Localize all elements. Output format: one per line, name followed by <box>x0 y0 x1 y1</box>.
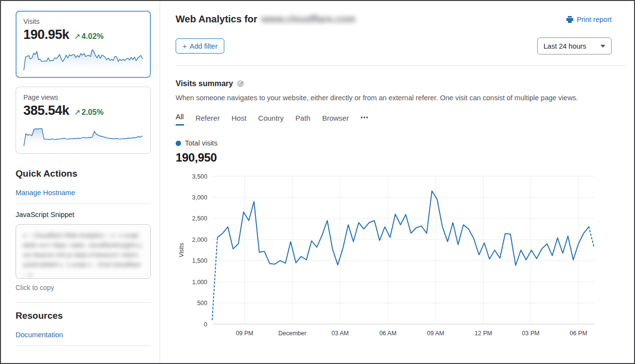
divider <box>16 203 151 204</box>
visits-card-trend: ↗4.02% <box>74 32 104 41</box>
print-report-button[interactable]: Print report <box>566 16 612 23</box>
time-range-value: Last 24 hours <box>544 42 586 50</box>
svg-text:06 PM: 06 PM <box>570 330 587 337</box>
svg-text:06 AM: 06 AM <box>379 330 396 337</box>
visits-summary-title: Visits summary <box>176 79 233 88</box>
svg-text:500: 500 <box>197 300 207 307</box>
pageviews-card-trend: ↗2.05% <box>74 108 104 117</box>
tab-path[interactable]: Path <box>295 114 310 126</box>
header-divider <box>176 65 625 66</box>
svg-text:Time (local): Time (local) <box>387 339 419 340</box>
click-to-copy-hint: Click to copy <box>16 284 152 291</box>
tab-all[interactable]: All <box>176 112 184 126</box>
visits-sparkline <box>23 46 143 73</box>
tab-country[interactable]: Country <box>258 114 284 126</box>
quick-actions-heading: Quick Actions <box>16 168 152 179</box>
svg-text:Visits: Visits <box>178 243 185 257</box>
visits-metric-card[interactable]: Visits 190.95k ↗4.02% <box>16 11 151 78</box>
manage-hostname-link[interactable]: Manage Hostname <box>16 189 75 197</box>
main-panel: Web Analytics for www.cloudflare.com Pri… <box>160 1 634 363</box>
trend-up-arrow-icon: ↗ <box>74 32 80 40</box>
svg-text:03 AM: 03 AM <box>331 330 348 337</box>
legend-dot-icon <box>176 141 181 146</box>
printer-icon <box>566 16 574 23</box>
svg-text:0: 0 <box>204 321 207 328</box>
visits-card-label: Visits <box>23 18 143 25</box>
add-filter-button[interactable]: +Add filter <box>176 38 224 54</box>
tab-browser[interactable]: Browser <box>322 114 349 126</box>
js-snippet-blurred-code: x -- Cloudflare Web Analytics -- x x scr… <box>23 231 144 279</box>
pageviews-card-label: Page views <box>23 93 143 101</box>
time-range-dropdown[interactable]: Last 24 hours <box>537 37 612 55</box>
tab-referer[interactable]: Referer <box>196 114 220 126</box>
pie-chart-help-icon[interactable] <box>237 80 244 87</box>
svg-text:2,000: 2,000 <box>192 237 207 243</box>
svg-text:1,500: 1,500 <box>192 257 207 264</box>
svg-text:09 PM: 09 PM <box>236 330 254 337</box>
js-snippet-label: JavaScript Snippet <box>16 211 152 218</box>
add-filter-label: Add filter <box>190 42 218 50</box>
page-title: Web Analytics for www.cloudflare.com <box>176 14 356 25</box>
js-snippet-copy-box[interactable]: x -- Cloudflare Web Analytics -- x x scr… <box>16 224 151 279</box>
chevron-down-icon <box>600 45 605 48</box>
site-domain-blurred: www.cloudflare.com <box>261 14 356 25</box>
divider <box>16 346 151 346</box>
pageviews-card-value: 385.54k <box>23 103 69 118</box>
svg-text:1,000: 1,000 <box>192 279 207 286</box>
visits-card-value: 190.95k <box>23 27 69 42</box>
sidebar: Visits 190.95k ↗4.02% Page views 385.54k… <box>1 1 160 363</box>
trend-up-arrow-icon: ↗ <box>74 108 80 116</box>
print-report-label: Print report <box>577 16 612 23</box>
svg-text:03 PM: 03 PM <box>522 330 540 337</box>
visits-chart-svg: 05001,0001,5002,0002,5003,0003,50009 PMD… <box>176 169 601 340</box>
plus-icon: + <box>182 42 187 50</box>
summary-tabs: AllRefererHostCountryPathBrowser••• <box>176 112 612 126</box>
svg-text:December: December <box>278 330 307 337</box>
tabs-more-button[interactable]: ••• <box>361 114 369 126</box>
visits-summary-description: When someone navigates to your website, … <box>176 94 612 102</box>
svg-text:12 PM: 12 PM <box>474 330 492 337</box>
svg-text:09 AM: 09 AM <box>427 330 444 337</box>
svg-text:3,500: 3,500 <box>192 173 207 180</box>
total-visits-value: 190,950 <box>176 151 612 164</box>
documentation-link[interactable]: Documentation <box>16 331 63 339</box>
resources-heading: Resources <box>16 310 152 321</box>
page-title-prefix: Web Analytics for <box>176 14 257 25</box>
pageviews-metric-card[interactable]: Page views 385.54k ↗2.05% <box>16 87 151 154</box>
legend-label: Total visits <box>185 139 218 147</box>
chart-legend: Total visits <box>176 139 612 147</box>
pageviews-trend-value: 2.05% <box>82 108 104 116</box>
svg-text:2,500: 2,500 <box>192 215 207 222</box>
pageviews-sparkline <box>23 122 143 148</box>
tab-host[interactable]: Host <box>232 114 247 126</box>
divider <box>16 302 151 303</box>
visits-trend-value: 4.02% <box>82 32 104 40</box>
svg-text:3,000: 3,000 <box>192 194 207 201</box>
analytics-page: Visits 190.95k ↗4.02% Page views 385.54k… <box>0 0 635 364</box>
visits-chart[interactable]: 05001,0001,5002,0002,5003,0003,50009 PMD… <box>176 169 612 340</box>
